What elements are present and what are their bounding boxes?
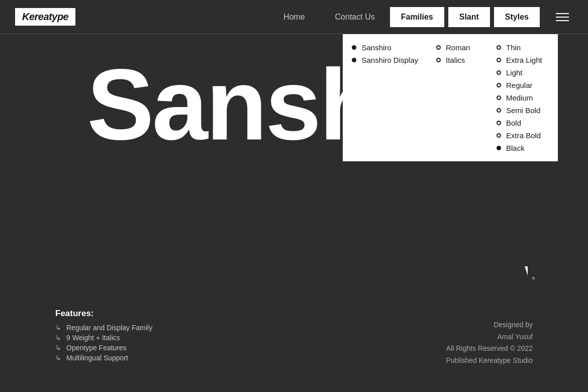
dropdown-item-label: Thin	[506, 43, 521, 52]
nav-home[interactable]: Home	[268, 0, 320, 34]
dropdown-families: Sanshiro Sanshiro Display	[343, 34, 427, 161]
dropdown-style-light[interactable]: Light	[487, 66, 558, 79]
dropdown-item-label: Bold	[506, 119, 521, 127]
dropdown-slant: Roman Italics	[427, 34, 487, 161]
features-list: ↳ Regular and Display Family ↳ 9 Weight …	[55, 324, 152, 362]
dropdown-slant-italics[interactable]: Italics	[427, 54, 487, 66]
nav-contact[interactable]: Contact Us	[320, 0, 390, 34]
dropdown-style-thin[interactable]: Thin	[487, 41, 558, 54]
dropdown-style-black[interactable]: Black	[487, 142, 558, 154]
bullet-icon	[497, 108, 501, 113]
hamburger-line-2	[556, 17, 569, 18]
features-title: Features:	[55, 309, 152, 319]
bullet-icon	[497, 133, 501, 138]
dropdown-styles: Thin Extra Light Light Regular Medium Se…	[487, 34, 558, 161]
dropdown-item-label: Extra Bold	[506, 131, 541, 140]
bullet-icon	[497, 95, 501, 100]
bullet-icon	[497, 58, 501, 62]
dropdown-families-sanshiro-display[interactable]: Sanshiro Display	[343, 54, 427, 66]
dropdown-item-label: Black	[506, 144, 525, 152]
dropdown-item-label: Semi Bold	[506, 106, 540, 115]
footer-line2: Amal Yusuf	[446, 331, 533, 343]
list-item: ↳ Regular and Display Family	[55, 324, 152, 332]
dropdown-style-extralight[interactable]: Extra Light	[487, 54, 558, 66]
footer-line1: Designed by	[446, 319, 533, 331]
dropdown-item-label: Roman	[446, 43, 470, 52]
arrow-icon: ↳	[55, 354, 61, 362]
list-item: ↳ Opentype Features	[55, 344, 152, 352]
dropdown-style-regular[interactable]: Regular	[487, 79, 558, 91]
dropdown-item-label: Sanshiro	[361, 43, 391, 52]
dropdown-item-label: Medium	[506, 93, 533, 102]
feature-label: Multilingual Support	[66, 354, 128, 362]
nav-styles-button[interactable]: Styles	[494, 7, 540, 27]
hamburger-line-1	[556, 13, 569, 14]
bullet-icon	[436, 58, 441, 62]
bullet-icon	[436, 45, 441, 50]
list-item: ↳ Multilingual Support	[55, 354, 152, 362]
dropdown-item-label: Extra Light	[506, 56, 542, 64]
arrow-icon: ↳	[55, 324, 61, 332]
bullet-icon	[497, 121, 501, 125]
dropdown-style-extrabold[interactable]: Extra Bold	[487, 129, 558, 142]
dropdown-item-label: Sanshiro Display	[361, 56, 418, 64]
feature-label: Opentype Features	[66, 344, 127, 352]
feature-label: 9 Weight + Italics	[66, 334, 120, 342]
header: Kereatype Home Contact Us Families Slant…	[0, 0, 588, 34]
nav-slant-button[interactable]: Slant	[448, 7, 490, 27]
bullet-icon	[497, 83, 501, 87]
arrow-icon: ↳	[55, 334, 61, 342]
feature-label: Regular and Display Family	[66, 324, 152, 332]
cursor	[525, 266, 532, 276]
footer-right: Designed by Amal Yusuf All Rights Reserv…	[446, 319, 533, 367]
dropdown-slant-roman[interactable]: Roman	[427, 41, 487, 54]
features-section: Features: ↳ Regular and Display Family ↳…	[55, 309, 152, 362]
nav: Home Contact Us Families Slant Styles	[268, 0, 573, 34]
bullet-icon	[497, 146, 501, 150]
dropdown-item-label: Light	[506, 68, 523, 77]
dropdown-style-medium[interactable]: Medium	[487, 91, 558, 104]
nav-families-button[interactable]: Families	[390, 7, 444, 27]
dropdown-style-semibold[interactable]: Semi Bold	[487, 104, 558, 117]
hamburger-menu[interactable]	[552, 9, 573, 25]
arrow-icon: ↳	[55, 344, 61, 352]
bullet-icon	[352, 58, 356, 62]
dropdown-families-sanshiro[interactable]: Sanshiro	[343, 41, 427, 54]
list-item: ↳ 9 Weight + Italics	[55, 334, 152, 342]
logo[interactable]: Kereatype	[15, 8, 75, 26]
nav-buttons: Families Slant Styles	[390, 7, 540, 27]
dropdown-style-bold[interactable]: Bold	[487, 117, 558, 129]
dropdown-area: Sanshiro Sanshiro Display Roman Italics …	[343, 34, 558, 161]
dropdown-item-label: Italics	[446, 56, 465, 64]
hamburger-line-3	[556, 20, 569, 21]
bullet-icon	[352, 45, 356, 50]
footer-line3: All Rights Reserved © 2022	[446, 343, 533, 355]
bullet-icon	[497, 45, 501, 50]
dropdown-item-label: Regular	[506, 81, 533, 89]
footer-line4: Published Kereatype Studio	[446, 355, 533, 367]
bullet-icon	[497, 70, 501, 75]
